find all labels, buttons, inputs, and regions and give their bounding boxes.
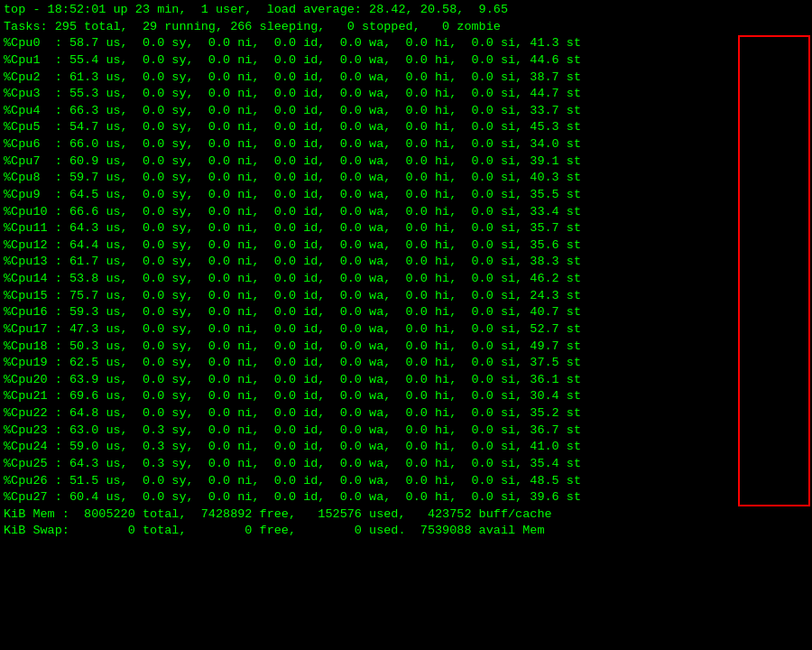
cpu-line-8: %Cpu8 : 59.7 us, 0.0 sy, 0.0 ni, 0.0 id,… (4, 170, 808, 187)
mem-line: KiB Mem : 8005220 total, 7428892 free, 1… (4, 506, 808, 524)
tasks-line: Tasks: 295 total, 29 running, 266 sleepi… (4, 19, 808, 36)
cpu-line-3: %Cpu3 : 55.3 us, 0.0 sy, 0.0 ni, 0.0 id,… (4, 86, 808, 103)
cpu-line-1: %Cpu1 : 55.4 us, 0.0 sy, 0.0 ni, 0.0 id,… (4, 52, 808, 70)
cpu-line-20: %Cpu20 : 63.9 us, 0.0 sy, 0.0 ni, 0.0 id… (4, 372, 808, 389)
cpu-line-5: %Cpu5 : 54.7 us, 0.0 sy, 0.0 ni, 0.0 id,… (4, 119, 808, 136)
cpu-line-7: %Cpu7 : 60.9 us, 0.0 sy, 0.0 ni, 0.0 id,… (4, 153, 808, 171)
cpu-line-22: %Cpu22 : 64.8 us, 0.0 sy, 0.0 ni, 0.0 id… (4, 405, 808, 422)
cpu-line-25: %Cpu25 : 64.3 us, 0.3 sy, 0.0 ni, 0.0 id… (4, 456, 808, 473)
cpu-line-9: %Cpu9 : 64.5 us, 0.0 sy, 0.0 ni, 0.0 id,… (4, 187, 808, 204)
cpu-section: %Cpu0 : 58.7 us, 0.0 sy, 0.0 ni, 0.0 id,… (4, 35, 808, 506)
cpu-line-11: %Cpu11 : 64.3 us, 0.0 sy, 0.0 ni, 0.0 id… (4, 220, 808, 237)
cpu-line-16: %Cpu16 : 59.3 us, 0.0 sy, 0.0 ni, 0.0 id… (4, 304, 808, 321)
cpu-line-19: %Cpu19 : 62.5 us, 0.0 sy, 0.0 ni, 0.0 id… (4, 355, 808, 372)
cpu-line-0: %Cpu0 : 58.7 us, 0.0 sy, 0.0 ni, 0.0 id,… (4, 35, 808, 52)
top-header-line: top - 18:52:01 up 23 min, 1 user, load a… (4, 2, 808, 19)
terminal-screen: top - 18:52:01 up 23 min, 1 user, load a… (4, 2, 808, 540)
cpu-line-23: %Cpu23 : 63.0 us, 0.3 sy, 0.0 ni, 0.0 id… (4, 422, 808, 440)
cpu-line-21: %Cpu21 : 69.6 us, 0.0 sy, 0.0 ni, 0.0 id… (4, 388, 808, 405)
cpu-line-12: %Cpu12 : 64.4 us, 0.0 sy, 0.0 ni, 0.0 id… (4, 237, 808, 255)
cpu-line-6: %Cpu6 : 66.0 us, 0.0 sy, 0.0 ni, 0.0 id,… (4, 136, 808, 153)
cpu-line-2: %Cpu2 : 61.3 us, 0.0 sy, 0.0 ni, 0.0 id,… (4, 70, 808, 87)
cpu-line-27: %Cpu27 : 60.4 us, 0.0 sy, 0.0 ni, 0.0 id… (4, 489, 808, 506)
cpu-line-15: %Cpu15 : 75.7 us, 0.0 sy, 0.0 ni, 0.0 id… (4, 288, 808, 305)
cpu-line-24: %Cpu24 : 59.0 us, 0.3 sy, 0.0 ni, 0.0 id… (4, 439, 808, 456)
cpu-line-13: %Cpu13 : 61.7 us, 0.0 sy, 0.0 ni, 0.0 id… (4, 254, 808, 271)
cpu-line-18: %Cpu18 : 50.3 us, 0.0 sy, 0.0 ni, 0.0 id… (4, 339, 808, 356)
swap-line: KiB Swap: 0 total, 0 free, 0 used. 75390… (4, 523, 808, 540)
cpu-line-17: %Cpu17 : 47.3 us, 0.0 sy, 0.0 ni, 0.0 id… (4, 321, 808, 339)
cpu-line-14: %Cpu14 : 53.8 us, 0.0 sy, 0.0 ni, 0.0 id… (4, 271, 808, 288)
cpu-line-26: %Cpu26 : 51.5 us, 0.0 sy, 0.0 ni, 0.0 id… (4, 473, 808, 490)
cpu-line-10: %Cpu10 : 66.6 us, 0.0 sy, 0.0 ni, 0.0 id… (4, 204, 808, 221)
cpu-line-4: %Cpu4 : 66.3 us, 0.0 sy, 0.0 ni, 0.0 id,… (4, 103, 808, 120)
